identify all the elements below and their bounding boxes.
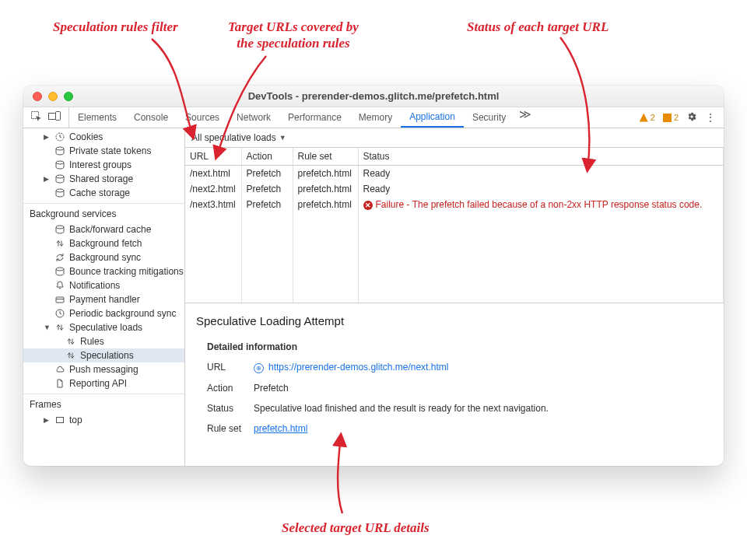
cell-url: /next2.html (185, 181, 241, 197)
sidebar-item-label: Cookies (69, 131, 103, 142)
db-icon (54, 188, 65, 198)
titlebar: DevTools - prerender-demos.glitch.me/pre… (23, 86, 724, 107)
sidebar-item-label: Notifications (69, 280, 120, 291)
sidebar-section-background-services: Background services (23, 203, 184, 222)
link-icon: ⊕ (254, 363, 264, 373)
col-url[interactable]: URL (185, 148, 241, 166)
detail-heading: Speculative Loading Attempt (196, 314, 713, 327)
svg-point-8 (56, 226, 64, 229)
sidebar-item-top[interactable]: ▶top (23, 413, 184, 427)
annotation-filter: Speculation rules filter (53, 19, 178, 35)
detail-pane: Speculative Loading Attempt Detailed inf… (185, 303, 724, 466)
kebab-menu-icon[interactable]: ⋮ (705, 111, 716, 124)
filter-bar: All speculative loads ▼ (185, 128, 724, 148)
tab-elements[interactable]: Elements (69, 107, 125, 128)
sidebar-item-private-state-tokens[interactable]: Private state tokens (23, 144, 184, 158)
cell-action: Prefetch (241, 181, 293, 197)
sidebar-item-notifications[interactable]: Notifications (23, 278, 184, 292)
speculation-filter-dropdown[interactable]: All speculative loads ▼ (191, 132, 286, 143)
sidebar-item-label: Back/forward cache (69, 224, 151, 235)
sidebar-item-label: Payment handler (69, 294, 140, 305)
settings-gear-icon[interactable] (686, 111, 697, 124)
sidebar-item-background-sync[interactable]: Background sync (23, 250, 184, 264)
sidebar-item-rules[interactable]: Rules (23, 334, 184, 348)
tab-console[interactable]: Console (125, 107, 177, 128)
table-row[interactable]: /next2.htmlPrefetchprefetch.htmlReady (185, 181, 724, 197)
inspect-icon[interactable] (31, 111, 42, 124)
sidebar-item-label: Push messaging (69, 364, 139, 375)
cell-status: ✕Failure - The prefetch failed because o… (358, 197, 724, 212)
col-action[interactable]: Action (241, 148, 293, 166)
sidebar-item-label: Private state tokens (69, 145, 151, 156)
cell-ruleset: prefetch.html (293, 166, 358, 182)
cell-action: Prefetch (241, 197, 293, 212)
application-sidebar: ▶CookiesPrivate state tokensInterest gro… (23, 128, 185, 466)
tab-memory[interactable]: Memory (350, 107, 401, 128)
error-icon: ✕ (363, 201, 373, 210)
cell-ruleset: prefetch.html (293, 181, 358, 197)
sidebar-item-speculations[interactable]: Speculations (23, 348, 184, 362)
warning-icon (640, 114, 648, 122)
table-row[interactable]: /next3.htmlPrefetchprefetch.html✕Failure… (185, 197, 724, 212)
detail-status-label: Status (207, 403, 254, 414)
filter-label: All speculative loads (191, 132, 276, 143)
sidebar-section-frames: Frames (23, 394, 184, 413)
more-tabs-icon[interactable]: ≫ (514, 107, 536, 128)
sidebar-item-background-fetch[interactable]: Background fetch (23, 236, 184, 250)
tab-security[interactable]: Security (464, 107, 514, 128)
cell-ruleset: prefetch.html (293, 197, 358, 212)
svg-point-5 (56, 161, 64, 164)
detail-action-value: Prefetch (254, 383, 713, 394)
detail-ruleset-value[interactable]: prefetch.html (254, 423, 713, 434)
sidebar-item-payment-handler[interactable]: Payment handler (23, 292, 184, 306)
col-ruleset[interactable]: Rule set (293, 148, 358, 166)
device-toggle-icon[interactable] (48, 111, 61, 124)
tab-network[interactable]: Network (228, 107, 279, 128)
tab-application[interactable]: Application (401, 107, 464, 128)
table-spacer (185, 259, 724, 275)
sidebar-item-label: top (69, 415, 82, 425)
table-spacer (185, 275, 724, 290)
annotation-status: Status of each target URL (467, 19, 608, 35)
annotation-targets: Target URLs covered by the speculation r… (228, 19, 359, 52)
sidebar-item-cookies[interactable]: ▶Cookies (23, 130, 184, 144)
svg-point-4 (56, 147, 64, 150)
detail-subheading: Detailed information (207, 341, 713, 352)
col-status[interactable]: Status (358, 148, 724, 166)
detail-url-value[interactable]: ⊕https://prerender-demos.glitch.me/next.… (254, 362, 713, 373)
detail-status-value: Speculative load finished and the result… (254, 403, 713, 414)
table-row[interactable]: /next.htmlPrefetchprefetch.htmlReady (185, 166, 724, 182)
svg-point-7 (56, 189, 64, 192)
sidebar-item-reporting-api[interactable]: Reporting API (23, 376, 184, 390)
sidebar-item-shared-storage[interactable]: ▶Shared storage (23, 172, 184, 186)
cloud-icon (54, 365, 65, 374)
sidebar-item-interest-groups[interactable]: Interest groups (23, 158, 184, 172)
sidebar-item-cache-storage[interactable]: Cache storage (23, 186, 184, 200)
detail-ruleset-label: Rule set (207, 423, 254, 434)
speculations-table: URL Action Rule set Status /next.htmlPre… (185, 148, 724, 303)
svg-rect-10 (56, 297, 64, 303)
speculations-panel: All speculative loads ▼ URL Action Rule … (185, 128, 724, 466)
db-icon (54, 267, 65, 276)
svg-rect-13 (57, 418, 64, 423)
tab-sources[interactable]: Sources (177, 107, 228, 128)
updown-icon (65, 351, 76, 360)
sidebar-item-speculative-loads[interactable]: ▼Speculative loads (23, 320, 184, 334)
sidebar-item-push-messaging[interactable]: Push messaging (23, 362, 184, 376)
sidebar-item-bounce-tracking-mitigations[interactable]: Bounce tracking mitigations (23, 264, 184, 278)
issues-badge[interactable]: 2 (663, 113, 679, 122)
db-icon (54, 160, 65, 170)
sidebar-item-periodic-background-sync[interactable]: Periodic background sync (23, 306, 184, 320)
db-icon (54, 174, 65, 184)
table-spacer (185, 243, 724, 259)
detail-url-label: URL (207, 362, 254, 373)
card-icon (54, 295, 65, 304)
tab-performance[interactable]: Performance (279, 107, 350, 128)
clock-icon (54, 132, 65, 142)
cell-url: /next3.html (185, 197, 241, 212)
sidebar-item-label: Background sync (69, 252, 141, 263)
sidebar-item-back-forward-cache[interactable]: Back/forward cache (23, 222, 184, 236)
warnings-badge[interactable]: 2 (640, 113, 655, 122)
chevron-down-icon: ▼ (279, 134, 286, 142)
sidebar-item-label: Bounce tracking mitigations (69, 266, 184, 277)
